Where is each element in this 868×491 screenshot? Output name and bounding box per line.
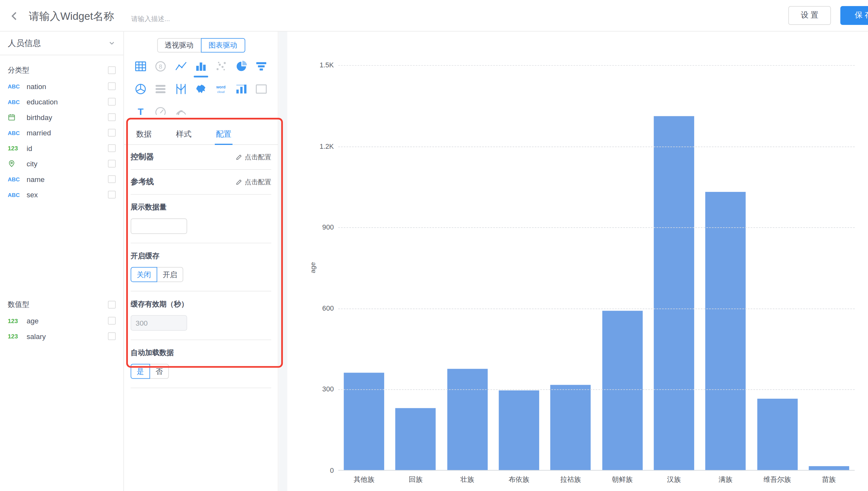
field-checkbox[interactable] xyxy=(108,191,116,199)
bar-column xyxy=(390,65,442,470)
autoload-option-否[interactable]: 否 xyxy=(150,364,169,379)
chart-bar-壮族[interactable] xyxy=(447,369,487,470)
x-tick-label: 汉族 xyxy=(648,475,700,484)
field-checkbox[interactable] xyxy=(108,144,116,152)
cache-option-关闭[interactable]: 关闭 xyxy=(131,267,157,282)
field-row-name[interactable]: ABC name xyxy=(0,171,124,187)
bar-column xyxy=(493,65,545,470)
chevron-left-icon xyxy=(8,10,21,22)
save-button[interactable]: 保 存 xyxy=(840,6,868,25)
panel-divider xyxy=(279,32,287,491)
funnel-chart-type-icon[interactable] xyxy=(254,59,268,74)
widget-name-input[interactable]: 请输入Widget名称 xyxy=(29,9,114,24)
mode-option-透视驱动[interactable]: 透视驱动 xyxy=(157,38,201,53)
y-tick-label: 1.5K xyxy=(320,61,334,69)
chart-bar-汉族[interactable] xyxy=(654,116,694,470)
cache-expire-input xyxy=(131,315,187,330)
tab-配置[interactable]: 配置 xyxy=(215,126,232,145)
radar-chart-type-icon[interactable] xyxy=(134,82,148,96)
field-row-sex[interactable]: ABC sex xyxy=(0,187,124,202)
svg-text:word: word xyxy=(216,85,226,89)
limit-label: 展示数据量 xyxy=(131,202,271,212)
section-checkbox[interactable] xyxy=(108,66,116,74)
text-field-icon: ABC xyxy=(8,176,20,182)
parallel-chart-type-icon[interactable] xyxy=(173,82,188,96)
field-row-id[interactable]: 123 id xyxy=(0,141,124,156)
chart-bar-其他族[interactable] xyxy=(344,373,384,470)
chart-bar-维吾尔族[interactable] xyxy=(757,398,797,470)
field-checkbox[interactable] xyxy=(108,332,116,340)
speedometer-chart-type-icon[interactable] xyxy=(173,105,188,119)
gridline xyxy=(338,308,855,309)
plot-area xyxy=(338,65,855,470)
sankey-chart-type-icon[interactable] xyxy=(154,82,168,96)
settings-button[interactable]: 设 置 xyxy=(788,6,831,25)
field-checkbox[interactable] xyxy=(108,160,116,168)
field-row-city[interactable]: city xyxy=(0,156,124,171)
reference-configure-link[interactable]: 点击配置 xyxy=(236,177,271,186)
cache-option-开启[interactable]: 开启 xyxy=(157,267,183,282)
field-row-married[interactable]: ABC married xyxy=(0,125,124,140)
chart-bar-苗族[interactable] xyxy=(809,466,849,470)
scorecard-chart-type-icon[interactable]: 8 xyxy=(154,59,168,74)
view-selector[interactable]: 人员信息 xyxy=(0,32,124,55)
wordcloud-chart-type-icon[interactable]: wordcloud xyxy=(214,82,228,96)
map-chart-type-icon[interactable] xyxy=(194,82,208,96)
chart-bar-回族[interactable] xyxy=(396,408,436,470)
field-checkbox[interactable] xyxy=(108,98,116,106)
tab-样式[interactable]: 样式 xyxy=(175,126,192,144)
field-row-birthday[interactable]: birthday xyxy=(0,110,124,125)
field-checkbox[interactable] xyxy=(108,129,116,137)
widget-description-input[interactable]: 请输入描述... xyxy=(131,15,170,24)
config-content: 控制器 点击配置 参考线 点击配置 展示数据量 开启缓存 关闭开启 xyxy=(124,145,278,388)
location-icon xyxy=(8,160,15,168)
field-name: id xyxy=(27,144,32,152)
back-button[interactable] xyxy=(5,7,23,25)
topbar: 请输入Widget名称 请输入描述... 设 置 保 存 xyxy=(0,0,868,32)
limit-input[interactable] xyxy=(131,219,187,234)
section-checkbox[interactable] xyxy=(108,301,116,308)
pie-chart-type-icon[interactable] xyxy=(234,59,248,74)
iframe-chart-type-icon[interactable] xyxy=(254,82,268,96)
number-field-icon: 123 xyxy=(8,317,18,324)
field-checkbox[interactable] xyxy=(108,113,116,121)
gridline xyxy=(338,146,855,147)
gridline xyxy=(338,389,855,390)
mode-option-图表驱动[interactable]: 图表驱动 xyxy=(201,38,245,53)
field-name: name xyxy=(27,175,45,183)
field-checkbox[interactable] xyxy=(108,175,116,183)
tab-数据[interactable]: 数据 xyxy=(135,126,153,144)
waterfall-chart-type-icon[interactable] xyxy=(234,82,248,96)
field-name: married xyxy=(27,129,51,137)
x-tick-label: 回族 xyxy=(390,475,442,484)
chart-bar-布依族[interactable] xyxy=(499,391,539,470)
controller-configure-link[interactable]: 点击配置 xyxy=(236,152,271,162)
gauge-chart-type-icon[interactable] xyxy=(154,105,168,119)
scatter-chart-type-icon[interactable] xyxy=(214,59,228,74)
bar-column xyxy=(442,65,493,470)
text-chart-type-icon[interactable]: T xyxy=(134,105,148,119)
x-tick-label: 苗族 xyxy=(803,475,855,484)
chart-bar-朝鲜族[interactable] xyxy=(602,311,642,470)
bar-chart-type-icon[interactable] xyxy=(194,59,208,74)
bar-column xyxy=(700,65,752,470)
svg-text:8: 8 xyxy=(159,63,163,70)
bar-column xyxy=(803,65,855,470)
field-row-education[interactable]: ABC education xyxy=(0,94,124,109)
calendar-icon xyxy=(8,113,15,121)
chart-bar-满族[interactable] xyxy=(705,192,745,470)
field-checkbox[interactable] xyxy=(108,82,116,90)
chart-bar-拉祜族[interactable] xyxy=(550,385,591,470)
field-row-salary[interactable]: 123 salary xyxy=(0,328,124,344)
y-tick-label: 0 xyxy=(330,467,334,474)
line-chart-type-icon[interactable] xyxy=(173,59,188,74)
bar-column xyxy=(545,65,597,470)
field-checkbox[interactable] xyxy=(108,317,116,325)
autoload-option-是[interactable]: 是 xyxy=(131,364,150,379)
field-row-age[interactable]: 123 age xyxy=(0,313,124,328)
field-row-nation[interactable]: ABC nation xyxy=(0,79,124,94)
y-tick-label: 300 xyxy=(322,386,334,393)
field-name: education xyxy=(27,98,58,106)
sidebar-section: 分类型 ABC nation ABC education birthday AB… xyxy=(0,62,124,202)
table-chart-type-icon[interactable] xyxy=(134,59,148,74)
